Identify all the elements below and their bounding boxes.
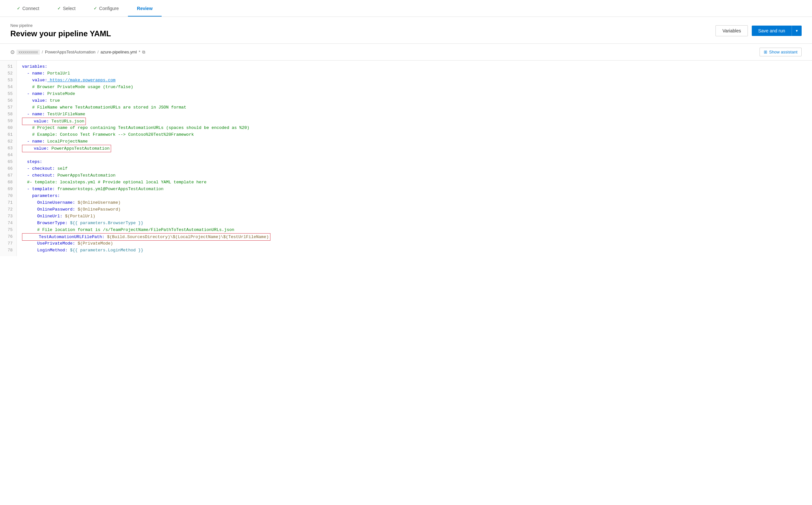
code-line bbox=[22, 152, 812, 158]
code-line: TestAutomationURLFilePath: $(Build.Sourc… bbox=[22, 233, 812, 240]
code-line: value: PowerAppsTestAutomation bbox=[22, 145, 812, 152]
code-line: parameters: bbox=[22, 192, 812, 199]
code-content: variables: - name: PortalUrl value: http… bbox=[17, 60, 812, 256]
variables-button[interactable]: Variables bbox=[716, 25, 748, 36]
check-icon-configure: ✓ bbox=[93, 6, 97, 11]
code-line: - template: frameworksteps.yml@PowerApps… bbox=[22, 186, 812, 192]
file-path-info: ⊙ xxxxxxxxxx / PowerAppsTestAutomation /… bbox=[10, 49, 145, 55]
line-number: 68 bbox=[0, 179, 16, 186]
assistant-icon: ⊞ bbox=[764, 49, 767, 54]
nav-step-connect[interactable]: ✓ Connect bbox=[8, 0, 48, 16]
show-assistant-label: Show assistant bbox=[769, 49, 797, 54]
code-line: # Browser PrivateMode usage (true/false) bbox=[22, 83, 812, 91]
nav-step-select[interactable]: ✓ Select bbox=[48, 0, 84, 16]
line-number: 72 bbox=[0, 206, 16, 213]
nav-step-configure-label: Configure bbox=[99, 6, 119, 11]
path-separator-2: / bbox=[97, 49, 99, 54]
line-number: 56 bbox=[0, 97, 16, 104]
copy-icon[interactable]: ⧉ bbox=[142, 49, 145, 55]
code-line: #- template: localsteps.yml # Provide op… bbox=[22, 179, 812, 186]
page-title: Review your pipeline YAML bbox=[10, 29, 111, 38]
line-number: 73 bbox=[0, 213, 16, 220]
line-numbers: 5152535455565758596061626364656667686970… bbox=[0, 60, 17, 256]
code-editor: 5152535455565758596061626364656667686970… bbox=[0, 60, 812, 256]
code-line: OnlinePassword: $(OnlinePassword) bbox=[22, 206, 812, 213]
code-line: OnlineUrl: $(PortalUrl) bbox=[22, 213, 812, 220]
code-line: - checkout: self bbox=[22, 165, 812, 172]
nav-step-review[interactable]: Review bbox=[128, 0, 162, 16]
breadcrumb: New pipeline bbox=[10, 23, 111, 28]
dirty-indicator: * bbox=[139, 49, 140, 54]
line-number: 65 bbox=[0, 158, 16, 165]
check-icon-select: ✓ bbox=[57, 6, 61, 11]
code-line: - name: TestUrlFileName bbox=[22, 111, 812, 118]
path-separator-1: / bbox=[42, 49, 43, 54]
line-number: 78 bbox=[0, 247, 16, 254]
nav-step-select-label: Select bbox=[63, 6, 75, 11]
code-line: UsePrivateMode: $(PrivateMode) bbox=[22, 240, 812, 247]
nav-step-connect-label: Connect bbox=[22, 6, 39, 11]
code-line: steps: bbox=[22, 158, 812, 165]
line-number: 77 bbox=[0, 240, 16, 247]
save-and-run-button[interactable]: Save and run bbox=[752, 26, 792, 36]
file-path-bar: ⊙ xxxxxxxxxx / PowerAppsTestAutomation /… bbox=[0, 44, 812, 60]
line-number: 63 bbox=[0, 145, 16, 152]
header-right: Variables Save and run ▾ bbox=[716, 25, 802, 36]
code-line: # FileName where TestAutomationURLs are … bbox=[22, 104, 812, 111]
line-number: 61 bbox=[0, 131, 16, 138]
repo-name: xxxxxxxxxx bbox=[16, 49, 40, 55]
wizard-nav: ✓ Connect ✓ Select ✓ Configure Review bbox=[0, 0, 812, 17]
filename: azure-pipelines.yml bbox=[100, 49, 137, 54]
code-line: # Project name of repo containing TestAu… bbox=[22, 124, 812, 131]
github-icon: ⊙ bbox=[10, 49, 15, 55]
line-number: 59 bbox=[0, 118, 16, 124]
code-line: # Example: Contoso Test Framework --> Co… bbox=[22, 131, 812, 138]
line-number: 58 bbox=[0, 111, 16, 118]
code-line: - name: PortalUrl bbox=[22, 70, 812, 77]
show-assistant-button[interactable]: ⊞ Show assistant bbox=[760, 48, 802, 56]
line-number: 69 bbox=[0, 186, 16, 192]
save-and-run-button-group: Save and run ▾ bbox=[752, 26, 802, 36]
line-number: 54 bbox=[0, 83, 16, 91]
code-line: - name: PrivateMode bbox=[22, 91, 812, 97]
editor-container[interactable]: variables: - name: PortalUrl value: http… bbox=[17, 60, 812, 256]
project-name: PowerAppsTestAutomation bbox=[45, 49, 95, 54]
line-number: 66 bbox=[0, 165, 16, 172]
code-line: - name: LocalProjectName bbox=[22, 138, 812, 145]
nav-step-review-label: Review bbox=[137, 6, 153, 11]
code-line: # File location format is /s/TeamProject… bbox=[22, 226, 812, 233]
line-number: 57 bbox=[0, 104, 16, 111]
line-number: 64 bbox=[0, 152, 16, 158]
nav-step-configure[interactable]: ✓ Configure bbox=[84, 0, 128, 16]
code-line: variables: bbox=[22, 63, 812, 70]
code-line: value: true bbox=[22, 97, 812, 104]
line-number: 53 bbox=[0, 77, 16, 83]
line-number: 55 bbox=[0, 91, 16, 97]
line-number: 76 bbox=[0, 233, 16, 240]
save-and-run-dropdown-arrow[interactable]: ▾ bbox=[792, 26, 802, 36]
line-number: 71 bbox=[0, 199, 16, 206]
page-header: New pipeline Review your pipeline YAML V… bbox=[0, 17, 812, 44]
code-line: - checkout: PowerAppsTestAutomation bbox=[22, 172, 812, 179]
line-number: 51 bbox=[0, 63, 16, 70]
code-line: BrowserType: ${{ parameters.BrowserType … bbox=[22, 220, 812, 226]
line-number: 62 bbox=[0, 138, 16, 145]
code-line: OnlineUsername: $(OnlineUsername) bbox=[22, 199, 812, 206]
line-number: 60 bbox=[0, 124, 16, 131]
code-line: value: TestURLs.json bbox=[22, 118, 812, 124]
code-line: value: https://make.powerapps.com bbox=[22, 77, 812, 83]
code-line: LoginMethod: ${{ parameters.LoginMethod … bbox=[22, 247, 812, 254]
line-number: 67 bbox=[0, 172, 16, 179]
check-icon: ✓ bbox=[17, 6, 20, 11]
line-number: 52 bbox=[0, 70, 16, 77]
line-number: 74 bbox=[0, 220, 16, 226]
line-number: 70 bbox=[0, 192, 16, 199]
line-number: 75 bbox=[0, 226, 16, 233]
header-left: New pipeline Review your pipeline YAML bbox=[10, 23, 111, 38]
